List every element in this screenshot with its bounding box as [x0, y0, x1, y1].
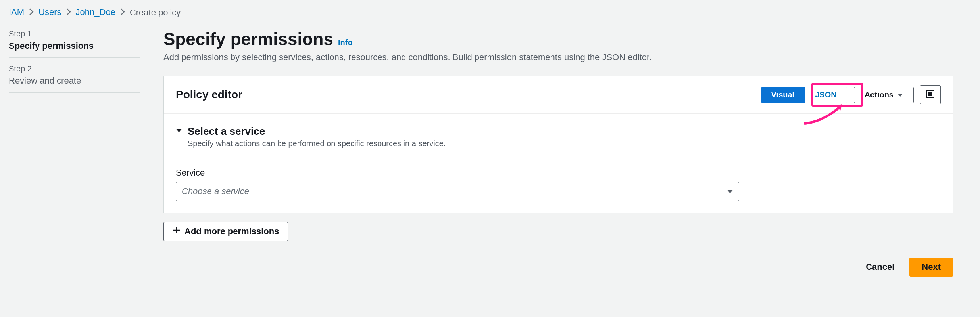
divider [164, 158, 953, 158]
caret-down-icon [176, 128, 182, 135]
svg-rect-1 [928, 92, 932, 96]
plus-icon [173, 226, 181, 237]
section-header[interactable]: Select a service Specify what actions ca… [176, 125, 941, 148]
policy-editor-panel: Policy editor Visual JSON Actions [163, 76, 953, 213]
fullscreen-icon [926, 90, 935, 100]
editor-mode-toggle: Visual JSON [761, 87, 847, 103]
panel-header: Policy editor Visual JSON Actions [164, 76, 953, 113]
chevron-right-icon [29, 8, 34, 18]
service-field-label: Service [176, 168, 941, 178]
step-number: Step 1 [9, 29, 140, 38]
page-subtitle: Add permissions by selecting services, a… [163, 52, 953, 63]
breadcrumb-current: Create policy [130, 8, 181, 18]
actions-label: Actions [865, 90, 894, 99]
breadcrumb: IAM Users John_Doe Create policy [9, 7, 971, 18]
cancel-button[interactable]: Cancel [858, 258, 902, 277]
wizard-steps: Step 1 Specify permissions Step 2 Review… [9, 29, 140, 277]
step-2[interactable]: Step 2 Review and create [9, 64, 140, 93]
info-link[interactable]: Info [338, 38, 353, 47]
step-1[interactable]: Step 1 Specify permissions [9, 29, 140, 58]
select-placeholder: Choose a service [182, 186, 249, 197]
panel-title: Policy editor [176, 88, 242, 101]
service-select[interactable]: Choose a service [176, 182, 739, 201]
chevron-right-icon [120, 8, 125, 18]
step-label: Review and create [9, 76, 140, 86]
fullscreen-button[interactable] [920, 85, 941, 104]
panel-controls: Visual JSON Actions [761, 85, 941, 104]
json-tab[interactable]: JSON [805, 87, 847, 103]
chevron-right-icon [66, 8, 71, 18]
main-content: Specify permissions Info Add permissions… [163, 29, 953, 277]
section-description: Specify what actions can be performed on… [188, 139, 446, 148]
panel-body: Select a service Specify what actions ca… [164, 113, 953, 213]
breadcrumb-john-doe[interactable]: John_Doe [76, 7, 115, 18]
breadcrumb-users[interactable]: Users [38, 7, 61, 18]
step-label: Specify permissions [9, 41, 140, 51]
caret-down-icon [897, 90, 903, 99]
caret-down-icon [727, 186, 733, 197]
visual-tab[interactable]: Visual [761, 87, 805, 103]
add-more-label: Add more permissions [184, 226, 279, 237]
step-number: Step 2 [9, 64, 140, 73]
add-more-permissions-button[interactable]: Add more permissions [163, 222, 288, 241]
actions-dropdown[interactable]: Actions [854, 87, 914, 103]
section-title: Select a service [188, 125, 446, 137]
page-title: Specify permissions [163, 29, 333, 49]
next-button[interactable]: Next [909, 258, 953, 277]
breadcrumb-iam[interactable]: IAM [9, 7, 24, 18]
footer-actions: Cancel Next [163, 258, 953, 277]
